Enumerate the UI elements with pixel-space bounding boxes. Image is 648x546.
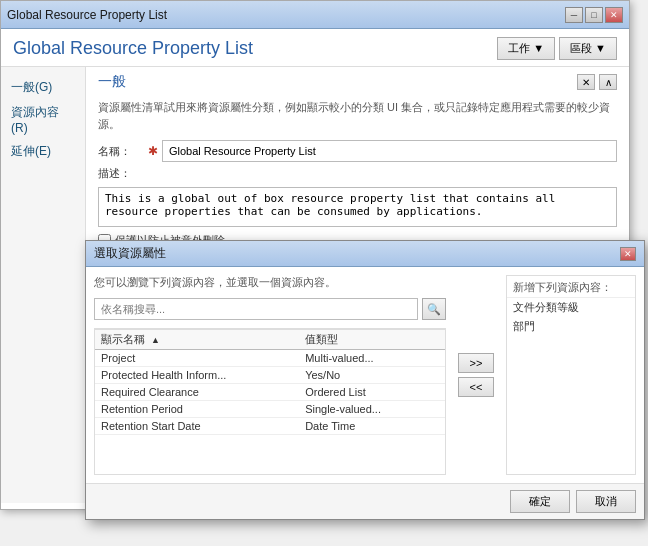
dialog-row-name: Required Clearance (95, 384, 299, 401)
general-collapse-btn[interactable]: ✕ (577, 74, 595, 90)
general-section-body: 資源屬性清單試用來將資源屬性分類，例如顯示較小的分類 UI 集合，或只記錄特定應… (86, 93, 629, 257)
general-section: 一般 ✕ ∧ 資源屬性清單試用來將資源屬性分類，例如顯示較小的分類 UI 集合，… (86, 67, 629, 257)
name-input[interactable] (162, 140, 617, 162)
dialog-row-type: Ordered List (299, 384, 445, 401)
nav-item-extension[interactable]: 延伸(E) (1, 139, 85, 164)
dialog-row-name: Project (95, 350, 299, 367)
dialog-table-row[interactable]: Project Multi-valued... (95, 350, 445, 367)
title-bar: Global Resource Property List ─ □ ✕ (1, 1, 629, 29)
title-bar-title: Global Resource Property List (7, 8, 167, 22)
required-indicator: ✱ (148, 144, 158, 158)
dialog-row-type: Yes/No (299, 367, 445, 384)
dialog-table-wrapper: 顯示名稱 ▲ 值類型 Project Multi-valued... (94, 328, 446, 475)
dialog-right-item: 部門 (507, 317, 635, 336)
desc-field-row: 描述： This is a global out of box resource… (98, 166, 617, 227)
dialog-middle: >> << (454, 275, 498, 475)
window-header: Global Resource Property List 工作 ▼ 區段 ▼ (1, 29, 629, 67)
dialog-col-header-type[interactable]: 值類型 (299, 330, 445, 350)
section-button[interactable]: 區段 ▼ (559, 37, 617, 60)
dialog-table: 顯示名稱 ▲ 值類型 Project Multi-valued... (95, 329, 445, 435)
dialog-title-bar: 選取資源屬性 ✕ (86, 241, 644, 267)
search-button[interactable]: 🔍 (422, 298, 446, 320)
search-row: 🔍 (94, 298, 446, 320)
name-field-row: 名稱： ✱ (98, 140, 617, 162)
desc-label: 描述： (98, 166, 148, 181)
dialog-table-row[interactable]: Protected Health Inform... Yes/No (95, 367, 445, 384)
dialog-row-name: Retention Start Date (95, 418, 299, 435)
dialog-row-type: Single-valued... (299, 401, 445, 418)
general-section-controls: ✕ ∧ (577, 74, 617, 90)
dialog-row-type: Multi-valued... (299, 350, 445, 367)
dialog-close-button[interactable]: ✕ (620, 247, 636, 261)
select-resource-dialog: 選取資源屬性 ✕ 您可以瀏覽下列資源內容，並選取一個資源內容。 🔍 顯示名稱 ▲ (85, 240, 645, 520)
dialog-footer: 確定 取消 (86, 483, 644, 519)
dialog-table-row[interactable]: Required Clearance Ordered List (95, 384, 445, 401)
title-bar-controls: ─ □ ✕ (565, 7, 623, 23)
nav-item-general[interactable]: 一般(G) (1, 75, 85, 100)
dialog-title: 選取資源屬性 (94, 245, 166, 262)
window-title: Global Resource Property List (13, 38, 253, 59)
nav-item-resource[interactable]: 資源內容(R) (1, 100, 85, 139)
header-buttons: 工作 ▼ 區段 ▼ (497, 37, 617, 60)
close-button[interactable]: ✕ (605, 7, 623, 23)
add-arrow-button[interactable]: >> (458, 353, 494, 373)
minimize-button[interactable]: ─ (565, 7, 583, 23)
name-label: 名稱： (98, 144, 148, 159)
general-expand-btn[interactable]: ∧ (599, 74, 617, 90)
dialog-right-title: 新增下列資源內容： (507, 276, 635, 298)
general-description: 資源屬性清單試用來將資源屬性分類，例如顯示較小的分類 UI 集合，或只記錄特定應… (98, 99, 617, 132)
dialog-right-panel: 新增下列資源內容： 文件分類等級 部門 (506, 275, 636, 475)
dialog-sort-icon: ▲ (151, 335, 160, 345)
dialog-table-row[interactable]: Retention Period Single-valued... (95, 401, 445, 418)
dialog-row-name: Retention Period (95, 401, 299, 418)
dialog-left-panel: 您可以瀏覽下列資源內容，並選取一個資源內容。 🔍 顯示名稱 ▲ 值類型 (94, 275, 446, 475)
work-button[interactable]: 工作 ▼ (497, 37, 555, 60)
search-input[interactable] (94, 298, 418, 320)
dialog-right-item: 文件分類等級 (507, 298, 635, 317)
desc-textarea[interactable]: This is a global out of box resource pro… (98, 187, 617, 227)
dialog-row-name: Protected Health Inform... (95, 367, 299, 384)
dialog-content: 您可以瀏覽下列資源內容，並選取一個資源內容。 🔍 顯示名稱 ▲ 值類型 (86, 267, 644, 483)
dialog-table-row[interactable]: Retention Start Date Date Time (95, 418, 445, 435)
left-nav: 一般(G) 資源內容(R) 延伸(E) (1, 67, 86, 503)
general-section-title: 一般 (98, 73, 126, 91)
general-section-header: 一般 ✕ ∧ (86, 67, 629, 93)
cancel-button[interactable]: 取消 (576, 490, 636, 513)
dialog-row-type: Date Time (299, 418, 445, 435)
maximize-button[interactable]: □ (585, 7, 603, 23)
ok-button[interactable]: 確定 (510, 490, 570, 513)
dialog-description: 您可以瀏覽下列資源內容，並選取一個資源內容。 (94, 275, 446, 290)
remove-arrow-button[interactable]: << (458, 377, 494, 397)
dialog-col-header-name[interactable]: 顯示名稱 ▲ (95, 330, 299, 350)
